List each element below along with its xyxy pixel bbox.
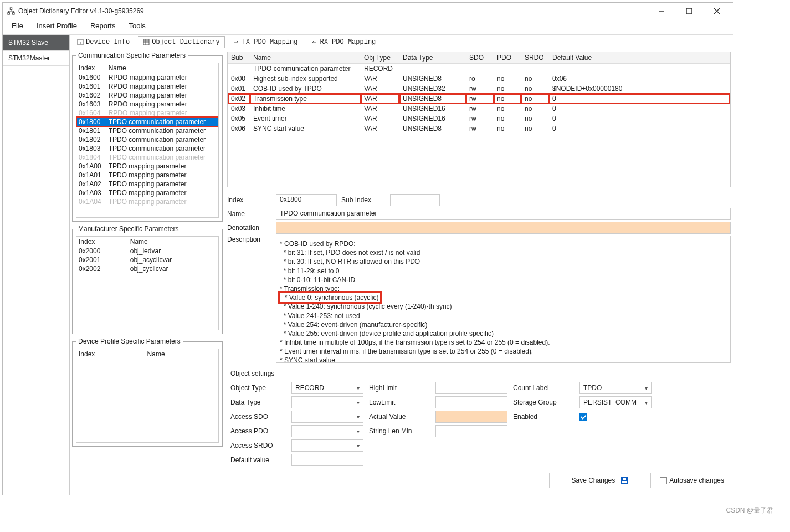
save-changes-button[interactable]: Save Changes <box>549 473 652 488</box>
group-manufacturer-params: Manufacturer Specific Parameters IndexNa… <box>72 225 223 334</box>
col-index: Index <box>76 237 128 247</box>
select-data-type[interactable]: ▾ <box>291 396 363 408</box>
tabs: Device Info Object Dictionary TX PDO Map… <box>70 35 733 49</box>
label-access-pdo: Access PDO <box>230 427 286 435</box>
svg-rect-0 <box>10 8 12 10</box>
label-subindex: Sub Index <box>341 196 386 204</box>
col-name: Name <box>106 63 218 73</box>
tab-object-dictionary[interactable]: Object Dictionary <box>138 36 224 48</box>
list-item[interactable]: 0x2002obj_cyclicvar <box>76 264 218 273</box>
field-actual-value[interactable] <box>435 411 507 423</box>
list-item[interactable]: 0x1A01TPDO mapping parameter <box>76 171 218 180</box>
select-access-sdo[interactable]: ▾ <box>291 411 363 423</box>
menu-tools[interactable]: Tools <box>129 22 145 30</box>
close-button[interactable] <box>709 4 725 18</box>
table-row[interactable]: 0x06SYNC start valueVARUNSIGNED8rwnono0 <box>228 124 730 134</box>
subindex-table-wrap: Sub Name Obj Type Data Type SDO PDO SRDO… <box>227 52 731 187</box>
table-icon <box>143 39 150 45</box>
table-row[interactable]: 0x05Event timerVARUNSIGNED16rwnono0 <box>228 114 730 124</box>
save-icon <box>620 477 628 484</box>
label-access-sdo: Access SDO <box>230 413 286 421</box>
list-item[interactable]: 0x1601RPDO mapping parameter <box>76 82 218 91</box>
info-icon <box>77 39 84 45</box>
table-row[interactable]: 0x02Transmission typeVARUNSIGNED8rwnono0 <box>228 94 730 104</box>
dev-params-table[interactable]: IndexName <box>76 349 218 359</box>
table-row[interactable]: 0x01COB-ID used by TPDOVARUNSIGNED32rwno… <box>228 84 730 94</box>
field-denotation[interactable] <box>276 222 731 234</box>
col-index: Index <box>76 63 106 73</box>
maximize-button[interactable] <box>681 4 697 18</box>
label-data-type: Data Type <box>230 398 286 406</box>
menu-reports[interactable]: Reports <box>90 22 116 30</box>
arrow-right-icon <box>233 39 240 45</box>
tab-tx-pdo[interactable]: TX PDO Mapping <box>228 36 303 48</box>
device-item[interactable]: STM32Master <box>3 50 69 66</box>
checkbox-enabled[interactable] <box>579 413 587 421</box>
svg-rect-4 <box>686 8 692 14</box>
settings-title: Object settings <box>227 367 731 380</box>
group-title: Communication Specific Parameters <box>76 52 188 59</box>
table-row[interactable]: 0x00Highest sub-index supportedVARUNSIGN… <box>228 74 730 84</box>
field-description[interactable]: * COB-ID used by RPDO: * bit 31: If set,… <box>276 236 731 363</box>
list-item[interactable]: 0x1A03TPDO mapping parameter <box>76 188 218 197</box>
list-item[interactable]: 0x2000obj_ledvar <box>76 247 218 255</box>
select-count-label[interactable]: TPDO▾ <box>579 382 652 394</box>
field-default-value[interactable] <box>291 454 363 466</box>
label-actual-value: Actual Value <box>369 413 430 421</box>
menubar: File Insert Profile Reports Tools <box>3 19 733 35</box>
device-item[interactable]: STM32 Slave <box>3 35 69 50</box>
label-description: Description <box>227 236 271 243</box>
list-item[interactable]: 0x1A00TPDO mapping parameter <box>76 162 218 171</box>
table-row[interactable]: 0x03Inhibit timeVARUNSIGNED16rwnono0 <box>228 104 730 114</box>
list-item[interactable]: 0x1A02TPDO mapping parameter <box>76 180 218 188</box>
list-item[interactable]: 0x1804TPDO communication parameter <box>76 153 218 162</box>
titlebar: Object Dictionary Editor v4.1-30-g593526… <box>3 3 733 19</box>
label-denotation: Denotation <box>227 224 271 232</box>
table-row[interactable]: TPDO communication parameterRECORD <box>228 64 730 74</box>
tab-device-info[interactable]: Device Info <box>72 36 135 48</box>
field-subindex[interactable] <box>390 194 440 206</box>
field-highlimit[interactable] <box>435 382 507 394</box>
menu-insert-profile[interactable]: Insert Profile <box>37 22 77 30</box>
list-item[interactable]: 0x1800TPDO communication parameter <box>76 117 218 126</box>
minimize-button[interactable] <box>653 4 670 18</box>
mfr-params-table[interactable]: IndexName 0x2000obj_ledvar0x2001obj_acyc… <box>76 237 218 273</box>
comm-params-table[interactable]: IndexName 0x1600RPDO mapping parameter0x… <box>76 63 218 206</box>
list-item[interactable]: 0x1803TPDO communication parameter <box>76 144 218 153</box>
field-strlen[interactable] <box>435 425 507 437</box>
select-storage-group[interactable]: PERSIST_COMM▾ <box>579 396 652 408</box>
select-access-srdo[interactable]: ▾ <box>291 439 363 452</box>
col-name: Name <box>145 349 218 359</box>
tab-label: TX PDO Mapping <box>242 38 298 46</box>
select-object-type[interactable]: RECORD▾ <box>291 382 363 394</box>
subindex-table[interactable]: Sub Name Obj Type Data Type SDO PDO SRDO… <box>228 52 730 134</box>
label-default-value: Default value <box>230 456 286 464</box>
list-item[interactable]: 0x2001obj_acyclicvar <box>76 255 218 264</box>
window-title: Object Dictionary Editor v4.1-30-g593526… <box>18 7 144 15</box>
autosave-checkbox[interactable]: Autosave changes <box>660 477 724 484</box>
list-item[interactable]: 0x1603RPDO mapping parameter <box>76 100 218 109</box>
arrow-left-icon <box>311 39 317 45</box>
col-obj-type: Obj Type <box>361 52 399 64</box>
group-communication-params: Communication Specific Parameters IndexN… <box>72 52 223 222</box>
select-access-pdo[interactable]: ▾ <box>291 425 363 437</box>
tab-rx-pdo[interactable]: RX PDO Mapping <box>306 36 381 48</box>
list-item[interactable]: 0x1600RPDO mapping parameter <box>76 73 218 82</box>
list-item[interactable]: 0x1802TPDO communication parameter <box>76 135 218 144</box>
svg-rect-15 <box>622 481 627 483</box>
menu-file[interactable]: File <box>12 22 23 30</box>
list-item[interactable]: 0x1604RPDO mapping parameter <box>76 109 218 117</box>
list-item[interactable]: 0x1801TPDO communication parameter <box>76 126 218 135</box>
group-device-profile-params: Device Profile Specific Parameters Index… <box>72 337 223 447</box>
tab-label: RX PDO Mapping <box>320 38 376 46</box>
chevron-down-icon: ▾ <box>645 400 648 406</box>
list-item[interactable]: 0x1602RPDO mapping parameter <box>76 91 218 100</box>
tab-label: Object Dictionary <box>152 38 219 46</box>
label-storage: Storage Group <box>513 398 574 406</box>
field-name[interactable]: TPDO communication parameter <box>276 208 731 220</box>
field-index[interactable]: 0x1800 <box>276 194 337 206</box>
col-name: Name <box>250 52 361 64</box>
field-lowlimit[interactable] <box>435 396 507 408</box>
list-item[interactable]: 0x1A04TPDO mapping parameter <box>76 197 218 206</box>
group-title: Manufacturer Specific Parameters <box>76 225 181 233</box>
